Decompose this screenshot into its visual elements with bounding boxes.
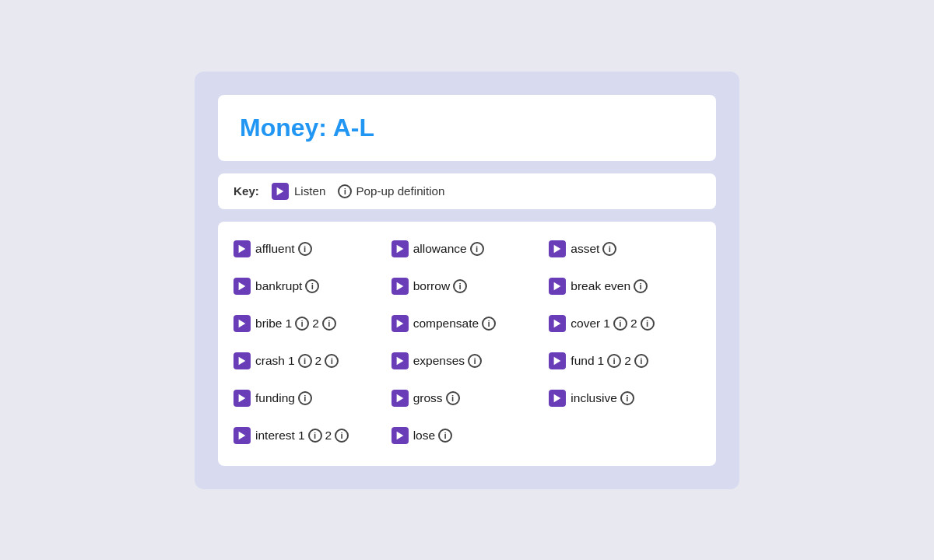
word-text: asset xyxy=(571,242,599,256)
info-icon[interactable]: i xyxy=(325,354,339,368)
word-text: expenses xyxy=(413,354,465,368)
svg-marker-4 xyxy=(239,282,246,290)
info-icon[interactable]: i xyxy=(295,317,309,331)
info-icon[interactable]: i xyxy=(298,354,312,368)
page-title: Money: A-L xyxy=(240,114,694,142)
listen-icon[interactable] xyxy=(234,390,251,407)
svg-marker-12 xyxy=(554,356,561,365)
word-item: bribe 1i 2i xyxy=(234,315,385,332)
word-number: 1 xyxy=(603,317,610,331)
word-item: expensesi xyxy=(392,352,543,369)
word-number: 2 xyxy=(325,429,332,443)
info-icon[interactable]: i xyxy=(305,279,319,293)
listen-icon[interactable] xyxy=(392,390,409,407)
info-icon[interactable]: i xyxy=(634,279,648,293)
word-text: inclusive xyxy=(571,391,617,405)
svg-marker-8 xyxy=(396,319,403,327)
listen-icon[interactable] xyxy=(392,315,409,332)
info-icon[interactable]: i xyxy=(620,391,634,405)
word-text: bribe xyxy=(255,317,283,331)
word-item: affluenti xyxy=(234,240,385,257)
word-text: lose xyxy=(413,429,435,443)
info-icon[interactable]: i xyxy=(641,317,655,331)
svg-marker-16 xyxy=(239,431,246,439)
word-item: losei xyxy=(392,427,543,444)
listen-icon[interactable] xyxy=(392,427,409,444)
word-item: asseti xyxy=(549,240,700,257)
key-popup-label: Pop-up definition xyxy=(356,184,444,198)
svg-marker-17 xyxy=(396,431,403,439)
word-item: allowancei xyxy=(392,240,543,257)
svg-marker-0 xyxy=(277,187,284,195)
info-icon[interactable]: i xyxy=(482,317,496,331)
listen-icon[interactable] xyxy=(549,352,566,369)
svg-marker-14 xyxy=(396,394,403,402)
outer-card: Money: A-L Key: Listen i Pop-up definiti… xyxy=(195,72,739,489)
info-icon[interactable]: i xyxy=(634,354,648,368)
info-icon[interactable]: i xyxy=(470,242,484,256)
word-number: 1 xyxy=(286,317,293,331)
info-icon[interactable]: i xyxy=(298,242,312,256)
word-item: compensatei xyxy=(392,315,543,332)
info-icon[interactable]: i xyxy=(308,429,322,443)
svg-marker-1 xyxy=(239,244,246,253)
info-icon[interactable]: i xyxy=(322,317,336,331)
listen-icon[interactable] xyxy=(234,278,251,295)
info-icon-key: i xyxy=(338,184,352,198)
key-listen-label: Listen xyxy=(294,184,326,198)
word-item: borrowi xyxy=(392,278,543,295)
word-text: allowance xyxy=(413,242,467,256)
info-icon[interactable]: i xyxy=(298,391,312,405)
listen-icon[interactable] xyxy=(234,240,251,257)
svg-marker-10 xyxy=(239,356,246,365)
word-item: break eveni xyxy=(549,278,700,295)
title-bar: Money: A-L xyxy=(218,95,716,161)
info-icon[interactable]: i xyxy=(453,279,467,293)
info-icon[interactable]: i xyxy=(438,429,452,443)
listen-icon[interactable] xyxy=(549,240,566,257)
word-grid: affluentiallowanceiassetibankruptiborrow… xyxy=(234,240,700,444)
word-number: 1 xyxy=(298,429,305,443)
info-icon[interactable]: i xyxy=(613,317,627,331)
word-number: 1 xyxy=(288,354,295,368)
listen-icon-key xyxy=(272,183,289,200)
listen-icon[interactable] xyxy=(234,352,251,369)
listen-icon[interactable] xyxy=(549,315,566,332)
word-item: grossi xyxy=(392,390,543,407)
word-text: interest xyxy=(255,429,295,443)
svg-marker-9 xyxy=(554,319,561,327)
listen-icon[interactable] xyxy=(234,315,251,332)
listen-icon[interactable] xyxy=(392,278,409,295)
listen-icon[interactable] xyxy=(392,352,409,369)
svg-marker-7 xyxy=(239,319,246,327)
word-text: compensate xyxy=(413,317,479,331)
listen-icon[interactable] xyxy=(234,427,251,444)
listen-icon[interactable] xyxy=(392,240,409,257)
svg-marker-3 xyxy=(554,244,561,253)
listen-icon[interactable] xyxy=(549,278,566,295)
word-number: 2 xyxy=(624,354,631,368)
svg-marker-15 xyxy=(554,394,561,402)
key-label: Key: xyxy=(234,184,259,198)
svg-marker-2 xyxy=(396,244,403,253)
word-number: 2 xyxy=(315,354,322,368)
word-text: funding xyxy=(255,391,295,405)
svg-marker-11 xyxy=(396,356,403,365)
word-number: 1 xyxy=(598,354,605,368)
word-text: gross xyxy=(413,391,443,405)
word-text: break even xyxy=(571,279,630,293)
info-icon[interactable]: i xyxy=(602,242,616,256)
key-popup-item: i Pop-up definition xyxy=(338,184,444,198)
listen-icon[interactable] xyxy=(549,390,566,407)
word-item: fund 1i 2i xyxy=(549,352,700,369)
word-number: 2 xyxy=(630,317,637,331)
info-icon[interactable]: i xyxy=(446,391,460,405)
word-item: inclusivei xyxy=(549,390,700,407)
info-icon[interactable]: i xyxy=(607,354,621,368)
info-icon[interactable]: i xyxy=(335,429,349,443)
word-item: interest 1i 2i xyxy=(234,427,385,444)
svg-marker-5 xyxy=(396,282,403,290)
word-grid-card: affluentiallowanceiassetibankruptiborrow… xyxy=(218,222,716,466)
info-icon[interactable]: i xyxy=(468,354,482,368)
word-text: cover xyxy=(571,317,600,331)
